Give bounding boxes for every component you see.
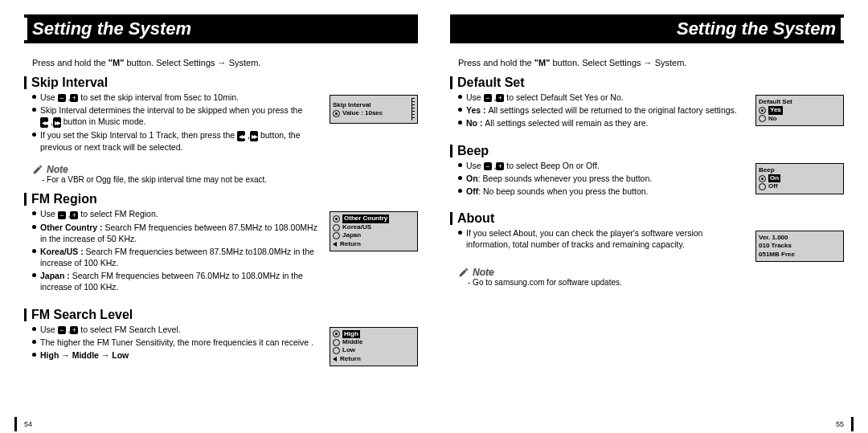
minus-icon: − [484,162,492,170]
text: All settings selected will be returned t… [488,105,736,115]
page-left: Setting the System Press and hold the "M… [0,0,434,433]
bullet-list: Use − ,+ to select FM Region. Other Coun… [32,208,321,294]
screen-title: Beep [759,166,841,174]
section-body: If you select About, you can check the p… [450,227,844,262]
bullet-list: If you select About, you can check the p… [458,227,747,251]
screen-title: Skip Interval [333,101,383,109]
text: If you set the Skip Interval to 1 Track,… [40,130,237,140]
radio-selected-icon [333,330,340,337]
device-screen-about: Ver. 1.000 010 Tracks 051MB Free [755,231,844,262]
screen-selected: On [768,174,780,182]
screen-option: Japan [342,231,361,239]
device-screen-beep: Beep On Off [755,163,844,194]
page-title-left: Setting the System [24,14,418,43]
text: Use [466,92,484,102]
screen-option: Korea/US [342,223,371,231]
minus-icon: − [484,94,492,102]
radio-icon [333,232,340,239]
section-fm-search: FM Search Level [24,308,418,322]
pencil-icon [32,164,43,175]
rewind-icon: ◂◂ [40,117,48,129]
minus-icon: − [58,326,66,334]
text: Use [40,209,58,219]
page-number: 55 [836,420,844,428]
intro-text: button. Select Settings → System. [550,58,686,67]
bullet-item: Use − ,+ to set the skip interval from 5… [32,92,321,103]
intro-text: Press and hold the [458,58,534,67]
label: On [466,174,478,183]
bullet-item: Use − ,+ to select Default Set Yes or No… [458,92,747,103]
text: Skip Interval determines the interval to… [40,105,302,115]
text: to select Default Set Yes or No. [504,92,623,102]
screen-selected: High [342,330,360,338]
manual-spread: Setting the System Press and hold the "M… [0,0,868,433]
text: Search FM frequencies between 76.0MHz to… [40,271,303,292]
minus-icon: − [58,94,66,102]
note-label-text: Note [47,164,68,175]
text: High → Middle → Low [40,350,129,360]
section-fm-region: FM Region [24,192,418,206]
label: Yes : [466,105,488,115]
bullet-item: Use − ,+ to select FM Region. [32,208,321,219]
bullet-item: Japan : Search FM frequencies between 76… [32,270,321,292]
bullet-item: On: Beep sounds whenever you press the b… [458,173,747,184]
bullet-item: Use − ,+ to select Beep On or Off. [458,160,747,171]
text: to set the skip interval from 5sec to 10… [78,92,239,102]
bullet-item: Skip Interval determines the interval to… [32,104,321,128]
section-skip-interval: Skip Interval [24,76,418,90]
page-title-right: Setting the System [450,14,844,43]
section-body: Use − ,+ to select Default Set Yes or No… [450,92,844,136]
bullet-item: Other Country : Search FM frequencies be… [32,222,321,244]
section-heading-text: FM Search Level [31,308,133,322]
section-heading-text: Skip Interval [31,76,108,90]
radio-selected-icon [333,110,340,117]
intro-text: button. Select Settings → System. [124,58,260,67]
label: Off [466,186,478,196]
text: to select Beep On or Off. [504,161,599,170]
section-heading-text: Beep [457,144,489,158]
section-about: About [450,211,844,226]
text: : Beep sounds whenever you press the but… [478,174,653,183]
intro-right: Press and hold the "M" button. Select Se… [458,58,844,67]
radio-icon [333,339,340,346]
plus-icon: + [70,326,78,334]
text: Use [466,161,484,170]
section-heading-text: FM Region [31,192,97,206]
device-screen-skip: Skip Interval Value : 10sec [330,95,418,124]
screen-selected: Yes [768,106,783,114]
forward-icon: ▸▸ [250,131,258,142]
note-text: - For a VBR or Ogg file, the skip interv… [42,175,418,184]
bullet-item: If you set the Skip Interval to 1 Track,… [32,129,321,153]
label: Other Country : [40,223,105,232]
screen-option: Off [768,182,778,190]
plus-icon: + [70,94,78,102]
device-screen-fm: Other Country Korea/US Japan Return [330,211,418,251]
section-body: Use − ,+ to select FM Search Level. The … [24,324,418,368]
section-body: Use − ,+ to select Beep On or Off. On: B… [450,160,844,204]
text: The higher the FM Tuner Sensitivity, the… [40,337,313,347]
page-title-text: Setting the System [32,18,191,39]
screen-option: No [768,115,777,123]
section-default-set: Default Set [450,76,844,90]
return-icon [333,242,337,247]
text: to select FM Region. [78,209,158,219]
label: Korea/US : [40,247,86,256]
radio-icon [759,183,766,190]
device-screen-fms: High Middle Low Return [330,327,418,367]
radio-icon [759,115,766,122]
note-label-text: Note [473,267,494,278]
page-number: 54 [24,420,32,428]
screen-line: Ver. 1.000 [759,234,841,242]
screen-line: 010 Tracks [759,242,841,250]
bullet-item: The higher the FM Tuner Sensitivity, the… [32,337,321,348]
note-text: - Go to samsung.com for software updates… [468,278,844,287]
screen-selected: Other Country [342,214,389,223]
text: to select FM Search Level. [78,325,180,334]
plus-icon: + [70,211,78,219]
intro-text: Press and hold the [32,58,108,67]
radio-selected-icon [333,215,340,223]
minus-icon: − [58,211,66,219]
section-heading-text: About [457,211,494,226]
radio-icon [333,224,340,231]
section-beep: Beep [450,144,844,158]
